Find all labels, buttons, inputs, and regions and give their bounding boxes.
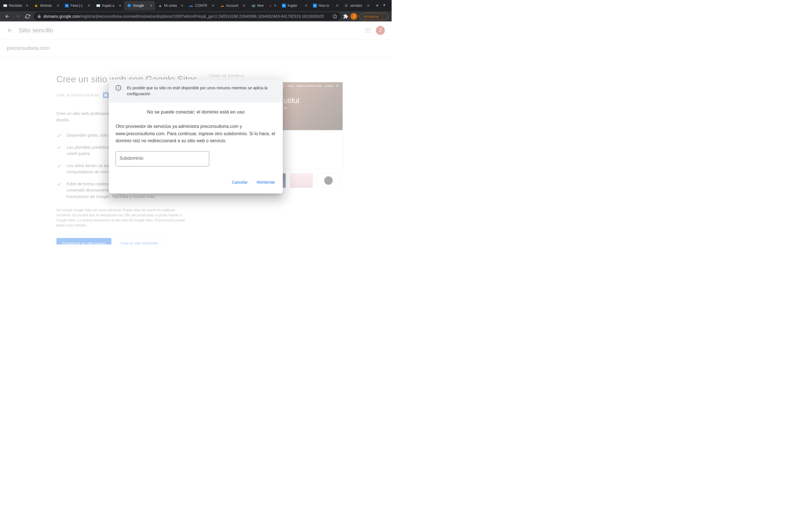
close-icon[interactable]: ✕ bbox=[149, 3, 153, 8]
workday-icon: ◉ bbox=[34, 3, 38, 8]
close-icon[interactable]: ✕ bbox=[180, 3, 185, 8]
docs-icon: ▬ bbox=[189, 3, 193, 8]
update-button[interactable]: Actualizar⋮ bbox=[359, 13, 388, 20]
modal-overlay: i Es posible que su sitio no esté dispon… bbox=[0, 21, 392, 244]
address-bar[interactable]: domains.google.com/registrar/preconsulto… bbox=[34, 12, 341, 20]
subdomain-input-wrapper: Subdominio bbox=[116, 151, 209, 166]
close-icon[interactable]: ✕ bbox=[273, 3, 277, 8]
tab-5-active[interactable]: 🔷Google✕ bbox=[124, 1, 155, 10]
back-button[interactable] bbox=[3, 12, 11, 20]
kajabi-icon: K bbox=[313, 4, 317, 8]
page-content: Sitio sencillo J preconsultoria.com Cree… bbox=[0, 21, 392, 244]
tab-title: Feed | L bbox=[70, 4, 85, 8]
meet-icon: 📹 bbox=[251, 3, 255, 8]
new-tab-button[interactable]: + bbox=[373, 2, 381, 10]
close-icon[interactable]: ✕ bbox=[87, 3, 91, 8]
tab-title: Mi unida bbox=[164, 4, 178, 8]
close-icon[interactable]: ✕ bbox=[242, 3, 246, 8]
google-domains-icon: 🔷 bbox=[127, 3, 132, 8]
tab-title: Kajabi bbox=[288, 4, 302, 8]
tab-9[interactable]: 📹Mee●✕ bbox=[248, 1, 279, 10]
modal-actions: Cancelar Reintentar bbox=[116, 178, 276, 187]
close-icon[interactable]: ✕ bbox=[211, 3, 215, 8]
tab-title: CONTR bbox=[195, 4, 209, 8]
tab-8[interactable]: ☁Account✕ bbox=[217, 1, 248, 10]
linkedin-icon: in bbox=[65, 4, 69, 8]
tab-title: servidor bbox=[350, 4, 364, 8]
close-icon[interactable]: ✕ bbox=[56, 3, 60, 8]
tab-1[interactable]: ✉️Recibido✕ bbox=[0, 1, 31, 10]
tab-bar: ✉️Recibido✕ ◉Workda✕ inFeed | L✕ ✉️Kajab… bbox=[0, 0, 392, 11]
gmail-icon: ✉️ bbox=[96, 3, 100, 8]
tab-title: Recibido bbox=[9, 4, 23, 8]
tab-10[interactable]: KKajabi✕ bbox=[279, 1, 310, 10]
modal-info-text: Es posible que su sitio no esté disponib… bbox=[127, 85, 276, 97]
tab-title: Account bbox=[226, 4, 240, 8]
tab-title: Google bbox=[133, 4, 147, 8]
modal-body: No se puede conectar; el dominio está en… bbox=[109, 103, 283, 193]
toolbar: domains.google.com/registrar/preconsulto… bbox=[0, 11, 392, 21]
tab-2[interactable]: ◉Workda✕ bbox=[31, 1, 62, 10]
modal-info-banner: i Es posible que su sitio no esté dispon… bbox=[109, 79, 283, 103]
close-icon[interactable]: ✕ bbox=[118, 3, 122, 8]
subdomain-input[interactable] bbox=[116, 151, 209, 166]
tab-12[interactable]: Gservidor✕ bbox=[341, 1, 372, 10]
tab-6[interactable]: ▲Mi unida✕ bbox=[155, 1, 186, 10]
tab-11[interactable]: KHow to✕ bbox=[310, 1, 341, 10]
tab-title: Kajabi a bbox=[102, 4, 116, 8]
reload-button[interactable] bbox=[24, 12, 32, 20]
profile-avatar[interactable]: J bbox=[350, 13, 357, 20]
extensions-icon[interactable] bbox=[343, 14, 348, 19]
close-icon[interactable]: ✕ bbox=[366, 3, 370, 8]
tab-3[interactable]: inFeed | L✕ bbox=[62, 1, 93, 10]
tab-title: Mee bbox=[257, 4, 268, 8]
forward-button[interactable] bbox=[13, 12, 21, 20]
google-icon: G bbox=[344, 3, 349, 8]
tab-end bbox=[382, 2, 389, 9]
browser-chrome: ✉️Recibido✕ ◉Workda✕ inFeed | L✕ ✉️Kajab… bbox=[0, 0, 392, 21]
retry-button[interactable]: Reintentar bbox=[255, 178, 276, 187]
record-icon: ● bbox=[269, 4, 271, 7]
close-icon[interactable]: ✕ bbox=[25, 3, 29, 8]
kajabi-icon: K bbox=[282, 4, 286, 8]
url-text: domains.google.com/registrar/preconsulto… bbox=[43, 14, 324, 18]
lock-icon bbox=[37, 14, 41, 18]
gmail-icon: ✉️ bbox=[3, 3, 7, 8]
close-icon[interactable]: ✕ bbox=[335, 3, 340, 8]
chevron-down-icon[interactable] bbox=[382, 2, 387, 8]
modal-description: Otro proveedor de servicios ya administr… bbox=[116, 123, 276, 145]
info-icon: i bbox=[116, 85, 121, 91]
drive-icon: ▲ bbox=[158, 3, 162, 8]
cancel-button[interactable]: Cancelar bbox=[231, 178, 249, 187]
tab-4[interactable]: ✉️Kajabi a✕ bbox=[93, 1, 124, 10]
modal-title: No se puede conectar; el dominio está en… bbox=[116, 109, 276, 115]
tab-title: How to bbox=[319, 4, 333, 8]
cloudflare-icon: ☁ bbox=[220, 3, 224, 8]
close-icon[interactable]: ✕ bbox=[304, 3, 308, 8]
star-icon[interactable] bbox=[333, 14, 338, 19]
tab-title: Workda bbox=[40, 4, 54, 8]
modal-dialog: i Es posible que su sitio no esté dispon… bbox=[109, 79, 283, 193]
tab-7[interactable]: ▬CONTR✕ bbox=[186, 1, 217, 10]
